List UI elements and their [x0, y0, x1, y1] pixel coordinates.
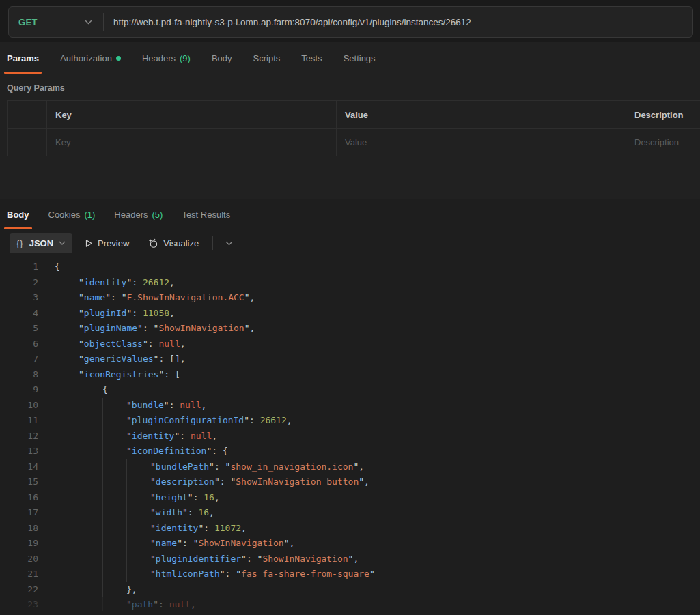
line-number: 11 [0, 413, 38, 429]
response-viewer-toolbar: {} JSON Preview [0, 229, 700, 257]
authorization-status-dot [116, 56, 121, 61]
tab-tests[interactable]: Tests [301, 42, 322, 74]
line-number: 10 [0, 398, 38, 414]
line-content: "pluginIdentifier": "ShowInNavigation", [38, 552, 359, 567]
format-chevron-down-icon [59, 241, 66, 245]
line-content: }, [38, 582, 137, 598]
line-number: 17 [0, 505, 38, 521]
line-number: 23 [0, 597, 38, 611]
preview-label: Preview [98, 238, 129, 248]
column-header-description: Description [626, 101, 700, 128]
tab-authorization[interactable]: Authorization [60, 42, 121, 74]
visualize-button[interactable]: Visualize [141, 233, 206, 253]
row-checkbox-cell[interactable] [8, 129, 47, 156]
line-content: "identity": null, [38, 429, 217, 444]
code-line: 21"htmlIconPath": "fas fa-share-from-squ… [0, 567, 700, 582]
line-content: { [38, 382, 108, 398]
tab-label: Headers [114, 210, 148, 220]
line-content: "path": null, [38, 597, 196, 611]
response-tab-body[interactable]: Body [7, 199, 29, 229]
tab-label: Cookies [48, 210, 81, 220]
preview-button[interactable]: Preview [78, 233, 136, 253]
line-content: "identity": 26612, [38, 275, 175, 291]
code-line: 8"iconRegistries": [ [0, 367, 700, 383]
tab-count-badge: (5) [152, 210, 163, 220]
viewer-options-chevron-icon[interactable] [220, 241, 238, 246]
line-content: "height": 16, [38, 490, 220, 506]
format-dropdown-button[interactable]: {} JSON [10, 233, 72, 253]
tab-headers[interactable]: Headers(9) [142, 42, 191, 74]
response-pane: BodyCookies(1)Headers(5)Test Results {} … [0, 199, 700, 615]
line-content: "pluginId": 11058, [38, 306, 175, 321]
code-line: 1{ [0, 259, 700, 275]
line-number: 7 [0, 352, 38, 367]
response-body-json[interactable]: 1{2"identity": 26612,3"name": "F.ShowInN… [0, 257, 700, 611]
tab-label: Settings [344, 53, 376, 63]
format-label: JSON [29, 238, 53, 248]
line-content: "description": "ShowInNavigation button"… [38, 474, 369, 490]
line-number: 1 [0, 259, 38, 275]
response-tab-test-results[interactable]: Test Results [182, 199, 230, 229]
line-number: 3 [0, 290, 38, 306]
code-line: 17"width": 16, [0, 505, 700, 521]
request-url-band: GET http://web.t.pd-fa-nightly-s3-p-l.om… [0, 0, 700, 42]
toolbar-divider [212, 236, 213, 250]
line-content: "genericValues": [], [38, 352, 186, 367]
url-input[interactable]: http://web.t.pd-fa-nightly-s3-p-l.omn.ap… [104, 17, 471, 27]
line-content: "pluginName": "ShowInNavigation", [38, 321, 255, 337]
description-input[interactable]: Description [626, 129, 700, 156]
tab-label: Body [7, 210, 29, 220]
code-line: 15"description": "ShowInNavigation butto… [0, 474, 700, 490]
method-chevron-down-icon[interactable] [85, 20, 92, 25]
tab-count-badge: (9) [180, 53, 191, 63]
response-tab-headers[interactable]: Headers(5) [114, 199, 163, 229]
line-content: { [38, 259, 60, 275]
line-content: "iconDefinition": { [38, 444, 228, 459]
code-line: 5"pluginName": "ShowInNavigation", [0, 321, 700, 337]
play-icon [85, 239, 93, 248]
tab-label: Scripts [253, 53, 281, 63]
code-line: 20"pluginIdentifier": "ShowInNavigation"… [0, 552, 700, 567]
magic-wand-icon [148, 238, 158, 248]
line-number: 5 [0, 321, 38, 337]
response-tab-cookies[interactable]: Cookies(1) [48, 199, 96, 229]
line-number: 19 [0, 536, 38, 552]
line-content: "objectClass": null, [38, 337, 186, 352]
column-header-key: Key [47, 101, 337, 128]
line-content: "bundle": null, [38, 398, 206, 414]
tab-params[interactable]: Params [7, 42, 39, 74]
column-header-value: Value [337, 101, 626, 128]
code-line: 9{ [0, 382, 700, 398]
line-number: 13 [0, 444, 38, 459]
line-number: 20 [0, 552, 38, 567]
request-response-spacer [0, 156, 700, 199]
tab-label: Test Results [182, 210, 230, 220]
braces-icon: {} [16, 238, 24, 248]
line-content: "name": "F.ShowInNavigation.ACC", [38, 290, 255, 306]
tab-settings[interactable]: Settings [344, 42, 376, 74]
code-line: 14"bundlePath": "show_in_navigation.icon… [0, 459, 700, 475]
line-number: 18 [0, 521, 38, 537]
line-number: 8 [0, 367, 38, 383]
line-number: 6 [0, 337, 38, 352]
select-all-cell[interactable] [8, 101, 47, 128]
line-number: 15 [0, 474, 38, 490]
tab-label: Body [212, 53, 232, 63]
line-content: "bundlePath": "show_in_navigation.icon", [38, 459, 364, 475]
tab-count-badge: (1) [84, 210, 95, 220]
response-tabs: BodyCookies(1)Headers(5)Test Results [0, 199, 700, 229]
method-select[interactable]: GET [9, 7, 103, 37]
key-input[interactable]: Key [47, 129, 337, 156]
code-line: 10"bundle": null, [0, 398, 700, 414]
code-line: 11"pluginConfigurationId": 26612, [0, 413, 700, 429]
code-line: 6"objectClass": null, [0, 337, 700, 352]
code-line: 7"genericValues": [], [0, 352, 700, 367]
line-content: "identity": 11072, [38, 521, 247, 537]
request-tabs: ParamsAuthorizationHeaders(9)BodyScripts… [0, 42, 700, 74]
code-line: 22}, [0, 582, 700, 598]
line-number: 12 [0, 429, 38, 444]
tab-scripts[interactable]: Scripts [253, 42, 281, 74]
tab-body[interactable]: Body [212, 42, 232, 74]
value-input[interactable]: Value [337, 129, 626, 156]
line-number: 14 [0, 459, 38, 475]
